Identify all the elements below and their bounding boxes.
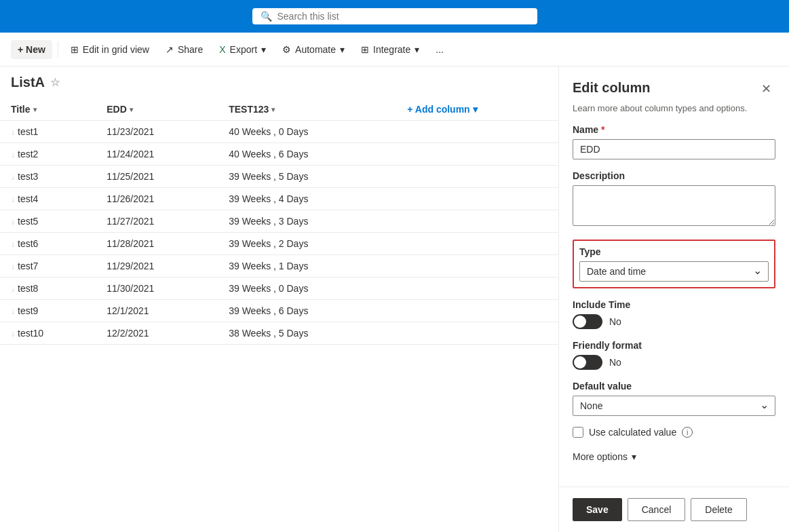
table-row[interactable]: ↓test9 12/1/2021 39 Weeks , 6 Days — [0, 300, 558, 322]
add-column-header[interactable]: + Add column ▾ — [396, 98, 558, 121]
table-row[interactable]: ↓test5 11/27/2021 39 Weeks , 3 Days — [0, 210, 558, 233]
col-header-title[interactable]: Title ▾ — [0, 98, 96, 121]
info-icon[interactable]: i — [682, 427, 693, 438]
new-button[interactable]: + New — [11, 40, 52, 59]
integrate-icon: ⊞ — [361, 44, 369, 55]
star-icon[interactable]: ☆ — [50, 76, 60, 89]
table-row[interactable]: ↓test10 12/2/2021 38 Weeks , 5 Days — [0, 322, 558, 345]
more-options-chevron-icon: ▾ — [632, 451, 636, 462]
table-row[interactable]: ↓test2 11/24/2021 40 Weeks , 6 Days — [0, 143, 558, 166]
share-icon: ↗ — [166, 44, 174, 55]
table-row[interactable]: ↓test8 11/30/2021 39 Weeks , 0 Days — [0, 278, 558, 300]
calc-label: Use calculated value — [589, 427, 676, 438]
edit-grid-button[interactable]: ⊞ Edit in grid view — [64, 40, 156, 59]
header: 🔍 — [0, 0, 789, 33]
cell-empty — [396, 278, 558, 300]
cell-edd: 11/28/2021 — [96, 233, 218, 255]
panel-body: Name * Description Type Date and time Si… — [559, 124, 789, 487]
include-time-knob — [574, 316, 586, 328]
cell-test123: 39 Weeks , 5 Days — [218, 166, 396, 188]
search-bar[interactable]: 🔍 — [252, 8, 537, 24]
integrate-button[interactable]: ⊞ Integrate ▾ — [354, 40, 426, 59]
cell-test123: 39 Weeks , 3 Days — [218, 210, 396, 233]
friendly-format-group: Friendly format No — [573, 340, 775, 370]
export-icon: X — [219, 44, 225, 55]
col-header-test123[interactable]: TEST123 ▾ — [218, 98, 396, 121]
integrate-chevron-icon: ▾ — [415, 44, 419, 55]
description-input[interactable] — [573, 185, 775, 226]
default-value-select-wrapper: None (Today) Custom — [573, 396, 775, 416]
cell-empty — [396, 233, 558, 255]
cell-test123: 39 Weeks , 2 Days — [218, 233, 396, 255]
type-section: Type Date and time Single line of text M… — [573, 240, 775, 288]
type-select[interactable]: Date and time Single line of text Multip… — [579, 261, 769, 282]
include-time-label: Include Time — [573, 299, 775, 310]
panel-header: Edit column ✕ — [559, 66, 789, 103]
table-row[interactable]: ↓test4 11/26/2021 39 Weeks , 4 Days — [0, 188, 558, 210]
table-row[interactable]: ↓test1 11/23/2021 40 Weeks , 0 Days — [0, 121, 558, 143]
cell-edd: 11/23/2021 — [96, 121, 218, 143]
cell-empty — [396, 322, 558, 345]
automate-icon: ⚙ — [282, 44, 291, 55]
more-button[interactable]: ... — [429, 40, 450, 59]
share-button[interactable]: ↗ Share — [159, 40, 210, 59]
cell-empty — [396, 300, 558, 322]
automate-button[interactable]: ⚙ Automate ▾ — [275, 40, 351, 59]
cell-edd: 11/30/2021 — [96, 278, 218, 300]
content-area: ListA ☆ Title ▾ EDD ▾ — [0, 66, 789, 532]
more-options-label: More options — [573, 451, 628, 462]
list-area: ListA ☆ Title ▾ EDD ▾ — [0, 66, 558, 532]
save-button[interactable]: Save — [573, 498, 622, 521]
calc-checkbox[interactable] — [573, 427, 583, 438]
default-value-group: Default value None (Today) Custom — [573, 381, 775, 416]
table-row[interactable]: ↓test3 11/25/2021 39 Weeks , 5 Days — [0, 166, 558, 188]
friendly-format-label: Friendly format — [573, 340, 775, 351]
cell-empty — [396, 188, 558, 210]
table-row[interactable]: ↓test6 11/28/2021 39 Weeks , 2 Days — [0, 233, 558, 255]
delete-button[interactable]: Delete — [691, 498, 746, 521]
include-time-toggle-row: No — [573, 314, 775, 329]
type-select-wrapper: Date and time Single line of text Multip… — [579, 261, 769, 282]
cell-edd: 11/29/2021 — [96, 255, 218, 278]
friendly-format-value: No — [609, 357, 621, 368]
more-options-button[interactable]: More options ▾ — [573, 449, 636, 465]
table-row[interactable]: ↓test7 11/29/2021 39 Weeks , 1 Days — [0, 255, 558, 278]
cell-title: ↓test1 — [0, 121, 96, 143]
panel-close-button[interactable]: ✕ — [757, 80, 775, 98]
automate-chevron-icon: ▾ — [340, 44, 345, 55]
export-button[interactable]: X Export ▾ — [212, 40, 273, 59]
grid-icon: ⊞ — [71, 44, 79, 55]
include-time-toggle[interactable] — [573, 314, 602, 329]
cell-test123: 40 Weeks , 6 Days — [218, 143, 396, 166]
cell-empty — [396, 255, 558, 278]
list-table: Title ▾ EDD ▾ TEST123 ▾ — [0, 98, 558, 345]
cell-test123: 40 Weeks , 0 Days — [218, 121, 396, 143]
side-panel: Edit column ✕ Learn more about column ty… — [558, 66, 789, 532]
name-label: Name * — [573, 124, 775, 135]
cell-edd: 11/26/2021 — [96, 188, 218, 210]
name-input[interactable] — [573, 139, 775, 159]
include-time-group: Include Time No — [573, 299, 775, 329]
toolbar: + New ⊞ Edit in grid view ↗ Share X Expo… — [0, 33, 789, 66]
col-header-edd[interactable]: EDD ▾ — [96, 98, 218, 121]
cell-test123: 39 Weeks , 1 Days — [218, 255, 396, 278]
cell-empty — [396, 121, 558, 143]
default-value-select[interactable]: None (Today) Custom — [573, 396, 775, 416]
cell-edd: 11/27/2021 — [96, 210, 218, 233]
cell-title: ↓test3 — [0, 166, 96, 188]
cell-test123: 39 Weeks , 6 Days — [218, 300, 396, 322]
cell-edd: 11/25/2021 — [96, 166, 218, 188]
edd-sort-icon: ▾ — [130, 106, 133, 113]
panel-footer: Save Cancel Delete — [559, 487, 789, 532]
cell-title: ↓test4 — [0, 188, 96, 210]
cell-test123: 39 Weeks , 4 Days — [218, 188, 396, 210]
export-chevron-icon: ▾ — [261, 44, 266, 55]
friendly-format-knob — [574, 356, 586, 368]
search-input[interactable] — [277, 11, 529, 22]
cancel-button[interactable]: Cancel — [628, 498, 686, 521]
calc-row: Use calculated value i — [573, 427, 775, 438]
panel-title: Edit column — [573, 80, 650, 96]
friendly-format-toggle[interactable] — [573, 355, 602, 370]
cell-test123: 38 Weeks , 5 Days — [218, 322, 396, 345]
include-time-value: No — [609, 316, 621, 327]
